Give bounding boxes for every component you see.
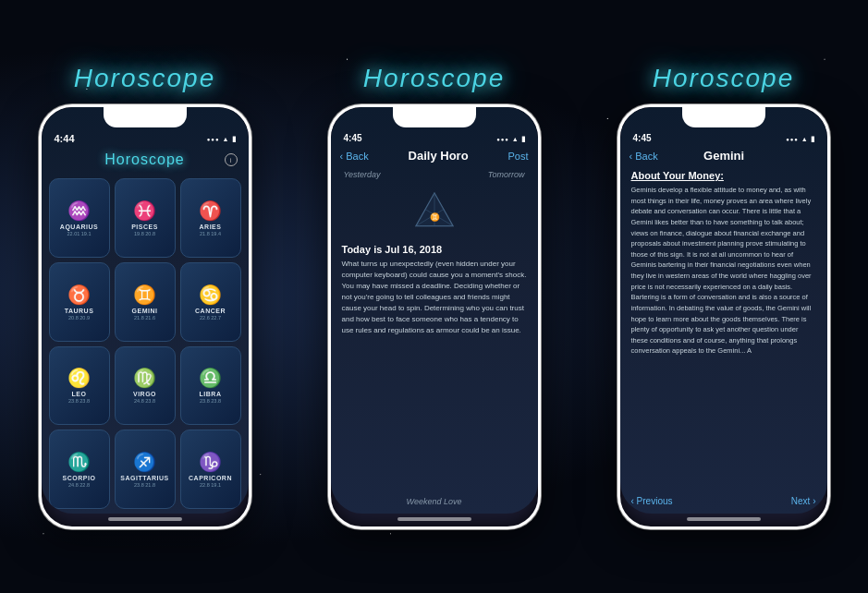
previous-button[interactable]: Previous <box>631 496 673 506</box>
zodiac-name: TAURUS <box>65 308 94 314</box>
wifi-icon-3 <box>801 133 808 143</box>
zodiac-name: CANCER <box>195 308 226 314</box>
nav-bar-3: Back Gemini <box>620 147 827 166</box>
zodiac-item-sagittarius[interactable]: ♐ SAGITTARIUS 23.8 21.8 <box>115 430 176 509</box>
zodiac-name: ARIES <box>200 224 222 230</box>
zodiac-item-scorpio[interactable]: ♏ SCORPIO 24.8 22.8 <box>49 430 110 509</box>
day-navigation: Yesterday Tomorrow <box>331 166 538 183</box>
zodiac-item-libra[interactable]: ♎ LIBRA 23.8 23.8 <box>180 346 241 426</box>
zodiac-dates: 22.6 22.7 <box>200 315 221 321</box>
time-2: 4:45 <box>344 133 362 143</box>
svg-text:♊: ♊ <box>429 212 439 223</box>
zodiac-dates: 19.8 20.8 <box>134 231 155 236</box>
zodiac-symbol: ♑ <box>199 451 222 473</box>
nav-title-2: Daily Horo <box>409 149 469 163</box>
next-button[interactable]: Next <box>791 496 816 506</box>
zodiac-symbol: ♉ <box>67 284 91 306</box>
phone-section-2: Horoscope 4:45 Back Daily Horo Post Yest… <box>328 64 541 529</box>
zodiac-grid: ♒ AQUARIUS 22.01 19.1 ♓ PISCES 19.8 20.8… <box>42 174 249 514</box>
zodiac-name: AQUARIUS <box>60 224 98 230</box>
wifi-icon-2 <box>512 133 519 143</box>
status-bar-2: 4:45 <box>331 107 538 147</box>
zodiac-dates: 22.01 19.1 <box>67 231 92 236</box>
phone-frame-1: 4:44 Horoscope i ♒ AQUARIUS 22.01 19.1 ♓… <box>39 104 251 529</box>
zodiac-symbol: ♒ <box>67 200 91 222</box>
zodiac-name: LIBRA <box>200 391 222 397</box>
zodiac-name: LEO <box>72 391 87 397</box>
title-3: Horoscope <box>653 64 794 93</box>
zodiac-item-gemini[interactable]: ♊ GEMINI 21.8 21.6 <box>115 262 176 342</box>
home-indicator-1[interactable] <box>108 517 182 521</box>
pagination: Previous Next <box>620 492 827 514</box>
status-bar-3: 4:45 <box>620 107 827 147</box>
zodiac-item-leo[interactable]: ♌ LEO 23.8 23.8 <box>49 346 110 426</box>
info-button[interactable]: i <box>225 153 238 166</box>
post-button[interactable]: Post <box>507 151 528 162</box>
zodiac-dates: 20.8 20.9 <box>68 315 90 321</box>
zodiac-symbol: ♋ <box>199 284 222 306</box>
triangle-icon: ♊ <box>411 188 458 235</box>
yesterday-btn[interactable]: Yesterday <box>344 170 381 179</box>
zodiac-symbol: ♓ <box>133 200 156 222</box>
nav-title-3: Gemini <box>658 149 790 163</box>
date-heading: Today is Jul 16, 2018 <box>331 240 538 259</box>
battery-icon-3 <box>811 133 814 143</box>
horoscope-text: What turns up unexpectedly (even hidden … <box>331 259 538 491</box>
phone-frame-2: 4:45 Back Daily Horo Post Yesterday Tomo… <box>328 104 541 529</box>
zodiac-dates: 22.8 19.1 <box>200 482 221 488</box>
nav-bar-2: Back Daily Horo Post <box>331 147 538 166</box>
signal-icon-3 <box>786 133 799 143</box>
title-1: Horoscope <box>74 64 215 93</box>
status-icons-1 <box>207 134 236 143</box>
phone-section-3: Horoscope 4:45 Back Gemini About Your Mo… <box>617 64 830 529</box>
back-button-3[interactable]: Back <box>630 151 658 162</box>
status-bar-1: 4:44 <box>42 107 249 148</box>
zodiac-item-pisces[interactable]: ♓ PISCES 19.8 20.8 <box>115 178 176 258</box>
home-indicator-2[interactable] <box>397 517 471 521</box>
zodiac-item-virgo[interactable]: ♍ VIRGO 24.8 23.8 <box>115 346 176 426</box>
zodiac-item-cancer[interactable]: ♋ CANCER 22.6 22.7 <box>180 262 241 342</box>
title-2: Horoscope <box>363 64 505 93</box>
status-icons-3 <box>786 133 813 143</box>
wifi-icon <box>223 134 229 143</box>
bottom-label: Weekend Love <box>331 491 538 514</box>
time-1: 4:44 <box>55 133 75 144</box>
tomorrow-btn[interactable]: Tomorrow <box>488 170 525 179</box>
zodiac-item-capricorn[interactable]: ♑ CAPRICORN 22.8 19.1 <box>180 430 241 509</box>
zodiac-item-taurus[interactable]: ♉ TAURUS 20.8 20.9 <box>49 262 110 342</box>
gemini-content-text: Geminis develop a flexible attitude to m… <box>620 183 827 492</box>
zodiac-dates: 24.8 23.8 <box>134 398 155 404</box>
phone-section-1: Horoscope 4:44 Horoscope i ♒ AQUARIUS 22… <box>39 64 251 529</box>
money-section-heading: About Your Money: <box>620 166 827 183</box>
zodiac-dates: 23.8 21.8 <box>134 482 155 488</box>
phone-screen-1: 4:44 Horoscope i ♒ AQUARIUS 22.01 19.1 ♓… <box>42 107 249 514</box>
home-indicator-3[interactable] <box>687 517 761 521</box>
app-title-1: Horoscope <box>104 151 184 168</box>
zodiac-name: CAPRICORN <box>189 475 232 481</box>
triangle-symbol: ♊ <box>331 183 538 240</box>
zodiac-symbol: ♍ <box>133 367 156 389</box>
battery-icon-2 <box>521 133 525 143</box>
zodiac-dates: 23.8 23.8 <box>200 398 221 404</box>
zodiac-item-aries[interactable]: ♈ ARIES 21.8 19.4 <box>180 178 241 258</box>
zodiac-symbol: ♈ <box>199 200 222 222</box>
zodiac-dates: 21.8 19.4 <box>200 231 221 236</box>
zodiac-name: VIRGO <box>133 391 156 397</box>
zodiac-name: SCORPIO <box>63 475 96 481</box>
signal-icon <box>207 134 220 143</box>
zodiac-name: PISCES <box>131 224 158 230</box>
zodiac-dates: 24.8 22.8 <box>68 482 90 488</box>
phone-screen-3: 4:45 Back Gemini About Your Money: Gemin… <box>620 107 827 514</box>
battery-icon <box>232 134 236 143</box>
zodiac-item-aquarius[interactable]: ♒ AQUARIUS 22.01 19.1 <box>49 178 110 258</box>
zodiac-symbol: ♊ <box>133 284 156 306</box>
app-header-1: Horoscope i <box>42 148 249 174</box>
status-icons-2 <box>496 133 524 143</box>
back-button-2[interactable]: Back <box>340 151 369 162</box>
zodiac-symbol: ♌ <box>67 367 91 389</box>
phone-frame-3: 4:45 Back Gemini About Your Money: Gemin… <box>617 104 830 529</box>
zodiac-symbol: ♏ <box>67 451 91 473</box>
zodiac-symbol: ♎ <box>199 367 222 389</box>
time-3: 4:45 <box>633 133 652 143</box>
phone-screen-2: 4:45 Back Daily Horo Post Yesterday Tomo… <box>331 107 538 514</box>
